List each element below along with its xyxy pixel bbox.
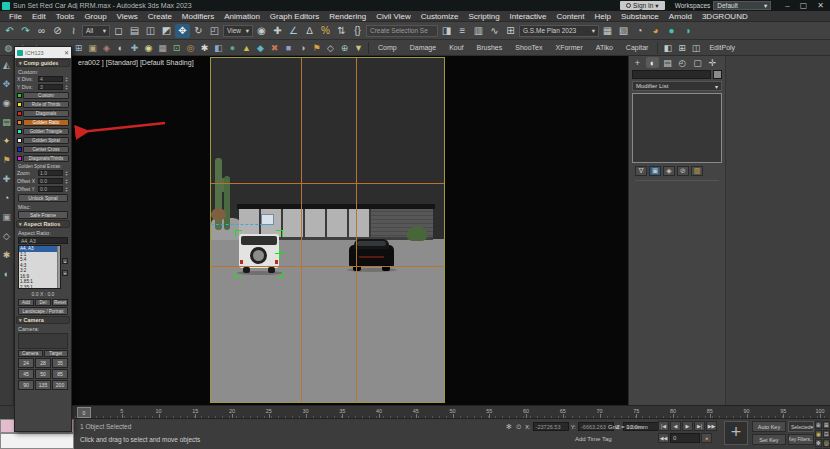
toolbar-tab-comp[interactable]: Comp [372,42,403,54]
toolbar-tab-editpoly[interactable]: EditPoly [703,42,741,54]
move-down-button[interactable]: ▾ [62,270,68,276]
spinner-snap-icon[interactable]: ⇅ [334,24,349,38]
move-up-button[interactable]: ▴ [62,258,68,264]
go-to-start-button[interactable]: |◀ [658,421,669,431]
show-end-result-button[interactable]: ▣ [649,166,661,176]
menu-tools[interactable]: Tools [51,12,80,21]
side-tool-icon-1[interactable]: ◭ [1,59,13,71]
mirror-icon[interactable]: ◨ [439,24,454,38]
x-divs-spinner[interactable]: X Divs: 4 ▴▾ [15,75,71,83]
menu-help[interactable]: Help [590,12,616,21]
aspect-ratio-field[interactable]: A4, A3 [18,237,68,244]
plugin-icon-8[interactable]: ◈ [100,42,113,54]
menu-graph-editors[interactable]: Graph Editors [265,12,324,21]
guide-color-swatch[interactable] [17,93,22,98]
redo-icon[interactable]: ↷ [18,24,33,38]
percent-snap-icon[interactable]: % [318,24,333,38]
layer-manager-icon[interactable]: ▦ [600,24,615,38]
render-production-icon[interactable]: ● [664,24,679,38]
menu-animation[interactable]: Animation [219,12,265,21]
undo-icon[interactable]: ↶ [2,24,17,38]
plugin-close-icon[interactable]: ✕ [64,49,69,56]
menu-civil-view[interactable]: Civil View [371,12,416,21]
guide-button-golden-ratio[interactable]: Golden Ratio [23,119,69,126]
sign-in-button[interactable]: Sign In▾ [620,1,665,10]
make-unique-button[interactable]: ◈ [663,166,675,176]
reset-button[interactable]: Reset [52,299,68,306]
named-set-dropdown[interactable]: G.S.Me Plan 2023▾ [519,25,599,37]
plugin-icon-24[interactable]: ◇ [324,42,337,54]
prev-key-button[interactable]: ◀◀ [658,433,669,443]
rollout-camera[interactable]: ▾ Camera [16,316,70,324]
plugin-icon-20[interactable]: ✖ [268,42,281,54]
modifier-stack[interactable] [632,93,722,163]
schematic-view-icon[interactable]: ⊞ [503,24,518,38]
guide-color-swatch[interactable] [17,111,22,116]
layout-split-icon[interactable]: ◧ [661,42,674,54]
auto-key-button[interactable]: Auto Key [752,421,786,432]
plugin-icon-21[interactable]: ■ [282,42,295,54]
plugin-icon-15[interactable]: ✱ [198,42,211,54]
window-crossing-icon[interactable]: ◩ [159,24,174,38]
key-filters-button[interactable]: Key Filters... [788,434,814,445]
plugin-icon-26[interactable]: ▼ [352,42,365,54]
modify-tab[interactable]: ◐ [646,57,659,68]
menu-arnold[interactable]: Arnold [664,12,697,21]
white-van-selected[interactable] [239,234,279,274]
modifier-list-dropdown[interactable]: Modifier List▾ [632,81,722,91]
reference-coordinate-dropdown[interactable]: View▾ [223,25,253,37]
plugin-icon-14[interactable]: ◎ [184,42,197,54]
guide-color-swatch[interactable] [17,129,22,134]
focal-45-button[interactable]: 45 [18,369,34,379]
focal-24-button[interactable]: 24 [18,358,34,368]
x-coordinate-field[interactable]: -23726.53 [533,422,569,431]
menu-file[interactable]: File [4,12,27,21]
aspect-ratio-listbox[interactable]: A4, A31:15:44:33:216:91.85:12.35:1 [18,245,61,289]
toolbar-tab-xformer[interactable]: XFormer [550,42,589,54]
configure-modifier-sets-button[interactable]: ▥ [691,166,703,176]
selection-lock-icon[interactable]: ⊙ [515,423,523,431]
select-move-icon[interactable]: ✥ [175,24,190,38]
side-tool-icon-12[interactable]: ◐ [1,268,13,280]
play-button[interactable]: ▶ [682,421,693,431]
menu-rendering[interactable]: Rendering [324,12,371,21]
menu-edit[interactable]: Edit [27,12,51,21]
plugin-icon-10[interactable]: ✚ [128,42,141,54]
toolbar-tab-damage[interactable]: Damage [404,42,442,54]
plugin-icon-18[interactable]: ▲ [240,42,253,54]
add-time-tag[interactable]: Add Time Tag [575,436,612,442]
angle-snap-icon[interactable]: ∆ [302,24,317,38]
use-pivot-center-icon[interactable]: ◉ [254,24,269,38]
viewport-label[interactable]: era002 ] [Standard] [Default Shading] [78,59,194,66]
guide-color-swatch[interactable] [17,138,22,143]
guide-color-swatch[interactable] [17,120,22,125]
plugin-icon-6[interactable]: ⊞ [72,42,85,54]
render-iterative-icon[interactable]: ◑ [680,24,695,38]
side-tool-icon-6[interactable]: ⚑ [1,154,13,166]
align-icon[interactable]: ≡ [455,24,470,38]
edit-named-sets-icon[interactable]: {} [350,24,365,38]
camera-viewport[interactable]: era002 ] [Standard] [Default Shading] [14,56,628,405]
safe-frame-button[interactable]: Safe Frame [18,211,68,219]
bind-spacewarp-icon[interactable]: ≀ [66,24,81,38]
zoom-region-icon[interactable]: ⊡ [823,430,830,438]
transform-axis-gizmo[interactable] [275,248,285,260]
guide-color-swatch[interactable] [17,147,22,152]
menu-scripting[interactable]: Scripting [463,12,504,21]
menu-3dground[interactable]: 3DGROUND [697,12,753,21]
rollout-aspect-ratios[interactable]: ▾ Aspect Ratios [16,220,70,228]
focal-135-button[interactable]: 135 [35,380,51,390]
minimize-button[interactable]: – [785,1,789,10]
select-object-icon[interactable]: ◻ [111,24,126,38]
side-tool-icon-2[interactable]: ✥ [1,78,13,90]
side-tool-icon-3[interactable]: ◉ [1,97,13,109]
select-by-name-icon[interactable]: ▤ [127,24,142,38]
y-divs-spinner[interactable]: Y Divs: 3 ▴▾ [15,83,71,91]
menu-customize[interactable]: Customize [416,12,464,21]
menu-substance[interactable]: Substance [616,12,664,21]
unlock-spiral-button[interactable]: Unlock Spiral [18,194,68,202]
focal-35-button[interactable]: 35 [52,358,68,368]
layout-wide-icon[interactable]: ◫ [689,42,702,54]
display-tab[interactable]: ▢ [691,57,704,68]
select-manipulate-icon[interactable]: ✚ [270,24,285,38]
